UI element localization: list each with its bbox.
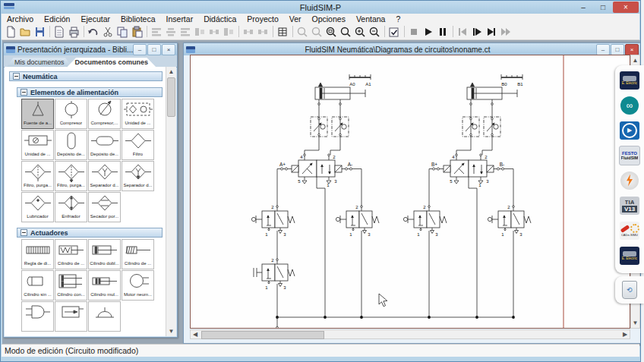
new-button[interactable] — [4, 25, 18, 39]
library-item-filtro[interactable]: Filtro — [122, 130, 154, 160]
library-item-cilindro-multiple[interactable]: Cilindro mul... — [88, 270, 121, 301]
library-item-fuente[interactable]: Fuente de a... — [21, 99, 54, 129]
collapse-icon[interactable] — [21, 89, 27, 96]
collapse-icon[interactable] — [13, 73, 20, 80]
library-minimize-button[interactable]: – — [133, 44, 147, 55]
menu-biblioteca[interactable]: Biblioteca — [115, 14, 161, 24]
scroll-up-icon[interactable]: ▲ — [166, 67, 176, 77]
scroll-down-icon[interactable]: ▼ — [630, 318, 640, 328]
collapse-icon[interactable] — [21, 229, 27, 236]
circuit-maximize-button[interactable]: □ — [611, 44, 624, 55]
paste-button[interactable] — [130, 25, 144, 39]
pushbutton-valve[interactable] — [254, 259, 295, 287]
flow-control-valve-b2[interactable] — [484, 117, 500, 137]
library-close-button[interactable]: × — [162, 44, 175, 55]
library-item-compresor[interactable]: Compresor — [55, 99, 87, 129]
shortcut-blue-app[interactable]: ▶ — [618, 118, 641, 143]
library-item-regla[interactable]: Regla de di... — [21, 239, 54, 269]
library-item-compresor-regulable[interactable]: Compresor,... — [88, 99, 121, 129]
align-bottom-button[interactable] — [222, 25, 236, 39]
simulation-play-button[interactable] — [421, 25, 436, 39]
scroll-up-icon[interactable]: ▲ — [630, 55, 640, 65]
shortcut-cade-simu[interactable]: CADe-SIMU — [618, 218, 641, 243]
library-item-deposito-h[interactable]: Depósito de... — [88, 130, 121, 160]
zoom-in-button[interactable] — [353, 25, 368, 39]
roller-valve-a1[interactable] — [336, 206, 379, 234]
undo-button[interactable] — [87, 25, 101, 39]
component-list-button[interactable] — [276, 25, 290, 39]
scroll-left-icon[interactable]: ◀ — [191, 330, 200, 338]
minimize-button[interactable]: – — [573, 2, 593, 13]
step-forward-button[interactable] — [470, 25, 485, 39]
cylinder-b[interactable] — [467, 83, 517, 105]
menu-archivo[interactable]: Archivo — [2, 14, 39, 24]
circuit-close-button[interactable]: × — [625, 44, 639, 55]
distance-rule-b[interactable] — [501, 74, 522, 80]
shortcut-festo-fluidsim[interactable]: FESTO FluidSIM — [618, 143, 641, 168]
library-item-cilindro-doble[interactable]: Cilindro dobl... — [88, 239, 121, 269]
flow-control-valve-a1[interactable] — [311, 117, 327, 137]
distance-rule-a[interactable] — [349, 74, 371, 80]
align-left-button[interactable] — [150, 25, 164, 39]
open-button[interactable] — [18, 25, 33, 39]
maximize-button[interactable]: □ — [593, 2, 613, 13]
circuit-check-button[interactable] — [387, 25, 402, 39]
library-item-unidad-simplificada[interactable]: Unidad de ... — [21, 130, 54, 160]
library-item-cilindro-otro[interactable]: Cilindro de ... — [122, 239, 154, 269]
circuit-hscrollbar[interactable]: ◀ ▶ — [190, 329, 630, 339]
cylinder-a[interactable] — [315, 83, 365, 105]
library-title-bar[interactable]: Presentación jerarquizada - Bibli... – □… — [4, 43, 177, 55]
library-scrollbar[interactable]: ▲ ▼ — [166, 67, 176, 336]
menu-ver[interactable]: Ver — [284, 14, 307, 24]
close-button[interactable]: × — [613, 2, 639, 13]
menu-insertar[interactable]: Insertar — [161, 14, 199, 24]
circuit-hscroll-thumb[interactable] — [201, 331, 324, 339]
zoom-page-button[interactable] — [339, 25, 353, 39]
menu-ventana[interactable]: Ventana — [351, 14, 391, 24]
copy-button[interactable] — [115, 25, 130, 39]
library-item-filtro-purga-2[interactable]: Filtro, purga... — [55, 161, 87, 191]
align-top-button[interactable] — [193, 25, 207, 39]
menu-edicion[interactable]: Edición — [39, 14, 75, 24]
library-item-cilindro-con[interactable]: Cilindro con... — [55, 270, 87, 301]
library-item-cilindro-sin-vastago[interactable]: Cilindro sin ... — [21, 270, 54, 301]
library-item-enfriador[interactable]: Enfriador — [55, 192, 87, 222]
simulation-pause-button[interactable] — [436, 25, 450, 39]
library-maximize-button[interactable]: □ — [147, 44, 161, 55]
zoom-window-button[interactable] — [324, 25, 339, 39]
section-elementos-alimentacion[interactable]: Elementos de alimentación — [17, 87, 163, 97]
shortcut-lightning-app[interactable] — [618, 168, 641, 193]
library-scroll-thumb[interactable] — [167, 77, 175, 117]
save-button[interactable] — [33, 25, 47, 39]
flow-control-valve-b1[interactable] — [462, 117, 479, 137]
circuit-canvas[interactable]: A0A1 B0B1 A+ A- B+ B- 42 53 1 42 53 1 21… — [190, 55, 630, 329]
scroll-down-icon[interactable]: ▼ — [166, 326, 176, 336]
align-center-button[interactable] — [164, 25, 178, 39]
step-first-button[interactable] — [456, 25, 470, 39]
distribute-v-button[interactable] — [256, 25, 270, 39]
zoom-fit-button[interactable] — [310, 25, 324, 39]
distribute-h-button[interactable] — [242, 25, 256, 39]
section-actuadores[interactable]: Actuadores — [17, 228, 163, 238]
menu-didactica[interactable]: Didáctica — [198, 14, 242, 24]
menu-ejecutar[interactable]: Ejecutar — [75, 14, 115, 24]
shortcut-e-electrico-2[interactable]: E. Eléctric — [618, 243, 641, 268]
step-last-button[interactable] — [499, 25, 513, 39]
recycle-bin-icon[interactable]: ⟲ — [622, 281, 637, 299]
library-item-cilindro-simple[interactable]: Cilindro de ... — [55, 239, 87, 269]
menu-help[interactable]: ? — [390, 14, 406, 24]
library-item-partial-2[interactable] — [55, 301, 87, 332]
shortcut-e-electrico[interactable]: E. Eléctric — [618, 68, 641, 93]
shortcut-tia-portal[interactable]: TIA V13 — [618, 193, 641, 218]
print-button[interactable] — [67, 25, 81, 39]
simulation-stop-button[interactable] — [407, 25, 421, 39]
library-item-unidad-mantenimiento[interactable]: Unidad de ... — [122, 99, 154, 129]
menu-opciones[interactable]: Opciones — [307, 14, 351, 24]
library-item-filtro-purga-1[interactable]: Filtro, purga... — [21, 161, 54, 191]
air-supply-source[interactable] — [273, 317, 282, 328]
circuit-title-bar[interactable]: FluidSIM Neumática\Diagramas de circuito… — [184, 43, 640, 55]
roller-valve-b0[interactable] — [403, 206, 447, 234]
roller-valve-a0[interactable] — [251, 206, 295, 234]
library-item-separador-2[interactable]: Separador d... — [122, 161, 154, 191]
menu-proyecto[interactable]: Proyecto — [242, 14, 283, 24]
